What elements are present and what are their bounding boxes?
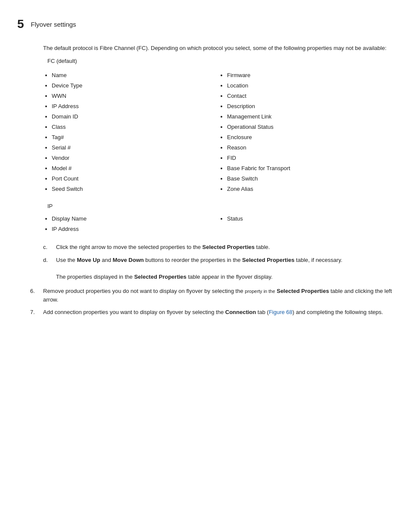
chapter-title: Flyover settings — [31, 21, 76, 28]
list-item: Reason — [227, 143, 394, 153]
selected-properties-bold-3: Selected Properties — [134, 274, 186, 280]
fc-right-list: Firmware Location Contact Description Ma… — [218, 70, 394, 195]
numbered-steps: 6. Remove product properties you do not … — [30, 287, 394, 317]
page-header: 5 Flyover settings — [17, 17, 394, 31]
list-item: Base Fabric for Transport — [227, 163, 394, 174]
chapter-number: 5 — [17, 17, 24, 31]
list-item: IP Address — [52, 224, 218, 234]
list-item: Base Switch — [227, 174, 394, 184]
ip-left-list: Display Name IP Address — [43, 214, 218, 234]
ip-left-column: Display Name IP Address — [43, 214, 218, 234]
numbered-step-6: 6. Remove product properties you do not … — [30, 287, 394, 304]
list-item: Vendor — [52, 153, 218, 163]
list-item: Tag# — [52, 132, 218, 143]
move-down-bold: Move Down — [113, 257, 144, 263]
ip-right-list: Status — [218, 214, 394, 224]
list-item: Device Type — [52, 81, 218, 91]
small-property-text: property in the — [245, 289, 275, 294]
step-c-text: Click the right arrow to move the select… — [56, 243, 394, 252]
step-d-letter: d. — [43, 256, 56, 281]
intro-paragraph: The default protocol is Fibre Channel (F… — [43, 44, 394, 53]
list-item: IP Address — [52, 101, 218, 112]
step-c-letter: c. — [43, 243, 56, 252]
step-d: d. Use the Move Up and Move Down buttons… — [43, 256, 394, 281]
list-item: Status — [227, 214, 394, 224]
fc-right-column: Firmware Location Contact Description Ma… — [218, 70, 394, 195]
figure-68-link[interactable]: Figure 68 — [269, 309, 293, 315]
list-item: Model # — [52, 163, 218, 174]
list-item: Enclosure — [227, 132, 394, 143]
list-item: Name — [52, 70, 218, 81]
list-item: Serial # — [52, 143, 218, 153]
fc-label: FC (default) — [47, 58, 394, 64]
main-content: The default protocol is Fibre Channel (F… — [43, 44, 394, 317]
list-item: Display Name — [52, 214, 218, 224]
selected-properties-bold-2: Selected Properties — [242, 257, 294, 263]
list-item: Operational Status — [227, 122, 394, 132]
list-item: WWN — [52, 91, 218, 101]
selected-properties-bold-4: Selected Properties — [277, 288, 329, 294]
ip-columns: Display Name IP Address Status — [43, 214, 394, 234]
sub-steps: c. Click the right arrow to move the sel… — [43, 243, 394, 281]
fc-left-column: Name Device Type WWN IP Address Domain I… — [43, 70, 218, 195]
list-item: Description — [227, 101, 394, 112]
ip-label: IP — [47, 203, 394, 209]
selected-properties-bold-1: Selected Properties — [202, 244, 255, 250]
fc-columns: Name Device Type WWN IP Address Domain I… — [43, 70, 394, 195]
list-item: Location — [227, 81, 394, 91]
list-item: Contact — [227, 91, 394, 101]
list-item: Class — [52, 122, 218, 132]
list-item: Domain ID — [52, 112, 218, 122]
page: 5 Flyover settings The default protocol … — [0, 0, 411, 338]
list-item: Port Count — [52, 174, 218, 184]
step-6-text: Remove product properties you do not wan… — [43, 287, 394, 304]
list-item: Firmware — [227, 70, 394, 81]
list-item: Management Link — [227, 112, 394, 122]
list-item: FID — [227, 153, 394, 163]
move-up-bold: Move Up — [77, 257, 100, 263]
fc-left-list: Name Device Type WWN IP Address Domain I… — [43, 70, 218, 195]
step-d-text: Use the Move Up and Move Down buttons to… — [56, 256, 394, 281]
step-7-number: 7. — [30, 308, 43, 317]
step-7-text: Add connection properties you want to di… — [43, 308, 394, 317]
list-item: Seed Switch — [52, 184, 218, 194]
step-c: c. Click the right arrow to move the sel… — [43, 243, 394, 252]
list-item: Zone Alias — [227, 184, 394, 194]
ip-right-column: Status — [218, 214, 394, 234]
step-6-number: 6. — [30, 287, 43, 304]
connection-bold: Connection — [225, 309, 256, 315]
numbered-step-7: 7. Add connection properties you want to… — [30, 308, 394, 317]
